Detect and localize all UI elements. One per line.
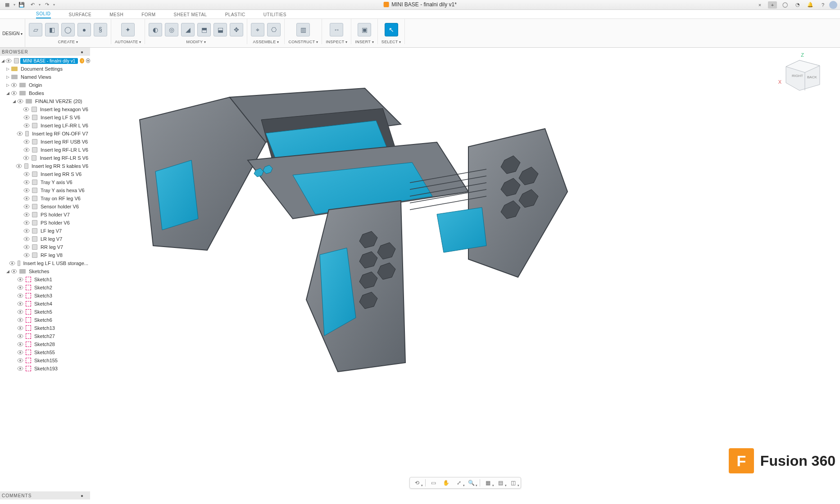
help-icon[interactable]: ? xyxy=(818,1,827,9)
sketch-tool-icon[interactable]: ▱ xyxy=(29,23,42,36)
grid-settings-icon[interactable]: ▤ xyxy=(496,479,505,487)
pan-icon[interactable]: ✋ xyxy=(442,479,451,487)
save-icon[interactable]: 💾 xyxy=(17,1,26,9)
ribbon-group-label[interactable]: INSPECT xyxy=(326,40,347,44)
shell-tool-icon[interactable]: ◎ xyxy=(165,23,178,36)
expand-icon[interactable]: ◢ xyxy=(12,99,16,104)
asbuilt-tool-icon[interactable]: ⎔ xyxy=(267,23,281,36)
record-icon[interactable] xyxy=(86,58,90,63)
viewport-canvas[interactable]: Z X RIGHT BACK F Fusion 360 ⟲ ▭ ✋ ⤢ 🔍 ▦ … xyxy=(90,48,840,491)
combine-tool-icon[interactable]: ⬒ xyxy=(197,23,211,36)
zoom-icon[interactable]: ⤢ xyxy=(454,479,463,487)
close-tab-icon[interactable]: × xyxy=(755,1,764,9)
browser-options-icon[interactable]: ● xyxy=(81,50,84,54)
tree-row[interactable]: Sketch2 xyxy=(0,284,90,292)
tree-row[interactable]: Insert leg RF-LR L V6 xyxy=(0,146,90,154)
display-settings-icon[interactable]: ▦ xyxy=(484,479,493,487)
visibility-eye-icon[interactable] xyxy=(17,293,23,298)
job-status-icon[interactable]: ◔ xyxy=(793,1,802,9)
split-tool-icon[interactable]: ⬓ xyxy=(213,23,227,36)
tree-row[interactable]: Tray Y axis V6 xyxy=(0,178,90,186)
fit-icon[interactable]: 🔍 xyxy=(467,479,476,487)
tree-row[interactable]: PS holder V6 xyxy=(0,219,90,227)
cyl-tool-icon[interactable]: ◯ xyxy=(61,23,75,36)
ribbon-tab-sheet-metal[interactable]: SHEET METAL xyxy=(174,11,207,18)
visibility-eye-icon[interactable] xyxy=(23,253,30,257)
comments-options-icon[interactable]: ● xyxy=(81,493,84,498)
visibility-eye-icon[interactable] xyxy=(23,237,30,241)
tree-row[interactable]: Sketch5 xyxy=(0,308,90,316)
sphere-tool-icon[interactable]: ● xyxy=(77,23,91,36)
tree-row[interactable]: ▷Document Settings xyxy=(0,65,90,73)
visibility-eye-icon[interactable] xyxy=(23,123,30,128)
tree-row[interactable]: ◢Sketches xyxy=(0,267,90,275)
ribbon-group-label[interactable]: CONSTRUCT xyxy=(288,40,318,44)
chevron-down-icon[interactable]: ▾ xyxy=(14,3,17,7)
ribbon-group-label[interactable]: INSERT xyxy=(355,40,373,44)
tree-row[interactable]: Sketch28 xyxy=(0,340,90,348)
visibility-eye-icon[interactable] xyxy=(23,148,30,152)
visibility-eye-icon[interactable] xyxy=(17,318,23,322)
tree-row[interactable]: Sketch3 xyxy=(0,292,90,300)
visibility-eye-icon[interactable] xyxy=(23,204,30,209)
tree-row[interactable]: Insert leg LF-RR L V6 xyxy=(0,122,90,130)
visibility-eye-icon[interactable] xyxy=(17,334,23,338)
visibility-eye-icon[interactable] xyxy=(5,58,12,63)
tree-row[interactable]: Insert leg RR S V6 xyxy=(0,170,90,178)
tree-row[interactable]: RF leg V8 xyxy=(0,251,90,259)
visibility-eye-icon[interactable] xyxy=(17,366,23,371)
tree-row[interactable]: LF leg V7 xyxy=(0,227,90,235)
draft-tool-icon[interactable]: ◢ xyxy=(181,23,195,36)
visibility-eye-icon[interactable] xyxy=(17,326,23,330)
visibility-eye-icon[interactable] xyxy=(9,261,15,266)
visibility-eye-icon[interactable] xyxy=(23,188,30,193)
redo-icon[interactable]: ↷ xyxy=(42,1,51,9)
visibility-eye-icon[interactable] xyxy=(23,245,30,249)
visibility-eye-icon[interactable] xyxy=(17,310,23,314)
visibility-eye-icon[interactable] xyxy=(17,285,23,290)
new-tab-icon[interactable]: + xyxy=(768,1,777,9)
file-menu-icon[interactable]: ▦ xyxy=(3,1,12,9)
visibility-eye-icon[interactable] xyxy=(23,180,30,184)
expand-icon[interactable]: ◢ xyxy=(5,91,10,95)
tree-row[interactable]: Sketch193 xyxy=(0,364,90,373)
tree-row[interactable]: Sketch6 xyxy=(0,316,90,324)
chevron-down-icon[interactable]: ▾ xyxy=(53,3,57,7)
visibility-eye-icon[interactable] xyxy=(17,302,23,306)
ribbon-tab-utilities[interactable]: UTILITIES xyxy=(263,11,286,18)
expand-icon[interactable]: ▷ xyxy=(5,67,10,71)
extensions-icon[interactable]: ◯ xyxy=(781,1,790,9)
tree-row[interactable]: ◢FINALNI VERZE (20) xyxy=(0,97,90,105)
expand-icon[interactable]: ▷ xyxy=(5,83,10,87)
tree-row[interactable]: ▷Named Views xyxy=(0,73,90,81)
tree-row[interactable]: Insert leg RF USB V6 xyxy=(0,138,90,146)
tree-row[interactable]: Sketch27 xyxy=(0,332,90,340)
workspace-switcher[interactable]: DESIGN xyxy=(0,19,25,48)
visibility-eye-icon[interactable] xyxy=(11,83,17,87)
fillet-tool-icon[interactable]: ◐ xyxy=(149,23,162,36)
visibility-eye-icon[interactable] xyxy=(23,229,30,233)
tree-row[interactable]: LR leg V7 xyxy=(0,235,90,243)
decal-tool-icon[interactable]: ▣ xyxy=(358,23,371,36)
tree-row[interactable]: Sketch1 xyxy=(0,275,90,284)
tree-row[interactable]: Sensor holder V6 xyxy=(0,202,90,211)
visibility-eye-icon[interactable] xyxy=(17,277,23,282)
plane-tool-icon[interactable]: ▥ xyxy=(296,23,310,36)
visibility-eye-icon[interactable] xyxy=(23,115,30,120)
ribbon-group-label[interactable]: AUTOMATE xyxy=(115,40,141,44)
move-tool-icon[interactable]: ✥ xyxy=(230,23,243,36)
measure-tool-icon[interactable]: ↔ xyxy=(330,23,343,36)
tree-row[interactable]: Tray on RF leg V6 xyxy=(0,194,90,202)
visibility-eye-icon[interactable] xyxy=(23,212,30,217)
visibility-eye-icon[interactable] xyxy=(17,342,23,346)
visibility-eye-icon[interactable] xyxy=(17,131,23,136)
tree-row[interactable]: Sketch155 xyxy=(0,356,90,364)
ribbon-tab-plastic[interactable]: PLASTIC xyxy=(225,11,245,18)
tree-row[interactable]: Sketch4 xyxy=(0,300,90,308)
visibility-eye-icon[interactable] xyxy=(11,269,17,274)
tree-row[interactable]: Insert leg RF-LR S V6 xyxy=(0,154,90,162)
ribbon-group-label[interactable]: MODIFY xyxy=(186,40,206,44)
tree-row[interactable]: ◢Bodies xyxy=(0,89,90,97)
joint-tool-icon[interactable]: ⌖ xyxy=(251,23,264,36)
box-tool-icon[interactable]: ◧ xyxy=(45,23,59,36)
